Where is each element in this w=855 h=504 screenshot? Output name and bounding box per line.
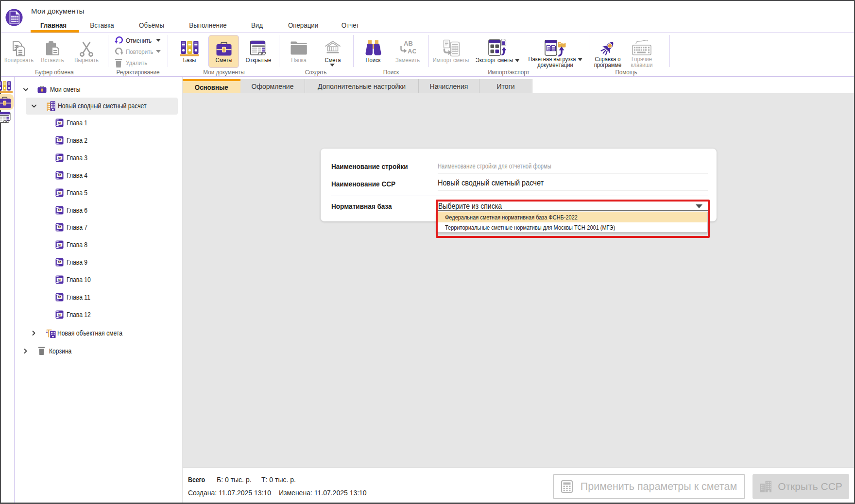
svg-text:гл: гл — [58, 313, 61, 316]
svg-text:гл: гл — [58, 208, 61, 211]
svg-text:гл: гл — [58, 243, 61, 246]
svg-text:гл: гл — [58, 156, 61, 159]
svg-text:гл: гл — [58, 260, 61, 264]
svg-text:гл: гл — [58, 121, 61, 124]
svg-text:гл: гл — [58, 191, 61, 194]
svg-text:гл: гл — [58, 278, 61, 281]
svg-text:гл: гл — [58, 138, 61, 142]
svg-text:AB: AB — [404, 40, 413, 47]
svg-text:гл: гл — [58, 295, 61, 299]
svg-text:гл: гл — [58, 225, 61, 229]
svg-text:AC: AC — [408, 48, 416, 55]
svg-text:гл: гл — [58, 173, 61, 177]
